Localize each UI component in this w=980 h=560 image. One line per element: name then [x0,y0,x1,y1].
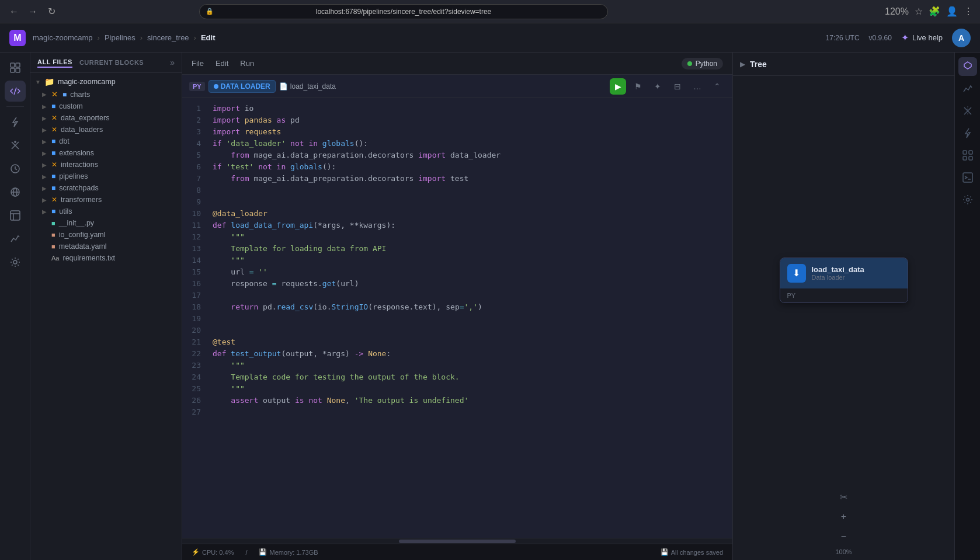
zoom-in-button[interactable]: + [836,509,852,525]
editor-scrollbar[interactable] [182,538,732,544]
sidebar-grid-icon[interactable] [5,57,26,78]
code-editor[interactable]: 123 456 789 101112 131415 161718 192021 … [182,98,732,538]
io-config-icon: ■ [51,231,55,238]
tree-item-transformers[interactable]: ▶ ✕ transformers [30,194,182,206]
far-right-close-icon[interactable] [958,102,977,120]
live-help-button[interactable]: ✦ Live help [901,32,943,43]
custom-arrow-icon: ▶ [42,103,49,110]
refresh-button[interactable]: ↻ [44,5,58,19]
tree-item-pipelines[interactable]: ▶ ■ pipelines [30,171,182,182]
sidebar-globe-icon[interactable] [5,182,26,203]
extensions-icon[interactable]: 🧩 [929,6,940,17]
zoom-level-label: 100% [835,548,852,555]
far-right-lightning-icon[interactable] [958,124,977,142]
menu-file[interactable]: File [192,57,204,70]
file-tree: ▼ 📁 magic-zoomcamp ▶ ✕ ■ charts ▶ ■ cust… [30,73,182,560]
sidebar-settings-icon[interactable] [5,252,26,273]
data-exporters-arrow: ▶ [42,115,49,121]
cpu-value: CPU: 0.4% [202,549,234,556]
tree-item-init[interactable]: ■ __init__.py [30,217,182,229]
data-loader-tag: DATA LOADER [208,80,276,93]
zoom-controls-area: ✂ + − 100% [733,484,954,560]
back-button[interactable]: ← [7,5,21,19]
url-bar[interactable]: 🔒 localhost:6789/pipelines/sincere_tree/… [199,4,608,19]
block-card-footer: PY [780,288,908,302]
custom-folder-icon: ■ [51,102,55,110]
cpu-icon: ⚡ [192,548,200,556]
root-folder-icon: 📁 [44,77,54,86]
tree-item-custom[interactable]: ▶ ■ custom [30,100,182,112]
tree-item-interactions[interactable]: ▶ ✕ interactions [30,159,182,171]
cut-icon-btn[interactable]: ✂ [836,489,852,505]
more-button[interactable]: … [689,78,706,95]
far-right-chart-icon[interactable] [958,79,977,98]
breadcrumb-page: Edit [201,33,216,42]
zoom-level-browser: 120% [885,6,909,17]
file-sidebar-tabs: ALL FILES CURRENT BLOCKS » [30,53,182,73]
sidebar-code-icon[interactable] [5,81,26,102]
tree-item-dbt[interactable]: ▶ ■ dbt [30,135,182,147]
header-version: v0.9.60 [869,34,892,42]
breadcrumb-pipeline[interactable]: sincere_tree [147,33,189,42]
far-right-terminal-icon[interactable] [958,168,977,187]
flag-button[interactable]: ⚑ [630,78,646,95]
collapse-button[interactable]: ⌃ [709,78,725,95]
live-help-icon: ✦ [901,32,909,43]
block-name-label: load_taxi_data [290,82,336,91]
py-tag: PY [189,82,205,91]
svg-rect-13 [11,211,20,220]
tree-item-data-exporters[interactable]: ▶ ✕ data_exporters [30,112,182,124]
far-right-bar [954,53,980,560]
tab-all-files[interactable]: ALL FILES [37,57,72,68]
sidebar-clock-icon[interactable] [5,158,26,179]
svg-rect-22 [963,156,967,160]
far-right-pipeline-icon[interactable] [958,57,977,76]
avatar[interactable]: A [952,29,971,47]
code-content[interactable]: import io import pandas as pd import req… [206,98,732,538]
menu-icon[interactable]: ⋮ [964,6,973,17]
tree-item-charts[interactable]: ▶ ✕ ■ charts [30,88,182,100]
sidebar-lightning-icon[interactable] [5,112,26,133]
save-label: All changes saved [671,549,723,556]
menu-run[interactable]: Run [240,57,254,70]
zoom-out-button[interactable]: − [836,528,852,545]
far-right-grid-icon[interactable] [958,146,977,165]
block-card-info: load_taxi_data Data loader [812,265,864,281]
cpu-status: ⚡ CPU: 0.4% [192,548,234,556]
charts-icon: ■ [62,91,67,99]
tab-current-blocks[interactable]: CURRENT BLOCKS [79,58,144,67]
app-header: M magic-zoomcamp › Pipelines › sincere_t… [0,23,980,53]
live-help-label: Live help [912,33,943,42]
sidebar-divider-1 [6,106,24,107]
dbt-icon: ■ [51,137,55,145]
tree-item-scratchpads[interactable]: ▶ ■ scratchpads [30,182,182,194]
file-tag-icon: 📄 [279,82,288,91]
block-card[interactable]: ⬇ load_taxi_data Data loader PY [780,258,908,303]
bookmark-icon[interactable]: ☆ [915,6,923,17]
far-right-settings-icon[interactable] [958,190,977,209]
tree-item-requirements[interactable]: Aa requirements.txt [30,252,182,264]
sparkle-button[interactable]: ✦ [649,78,666,95]
tree-item-extensions[interactable]: ▶ ■ extensions [30,147,182,159]
tree-item-utils[interactable]: ▶ ■ utils [30,206,182,217]
tree-item-io-config[interactable]: ■ io_config.yaml [30,229,182,241]
profile-icon[interactable]: 👤 [946,6,958,17]
menu-edit[interactable]: Edit [216,57,228,70]
sidebar-x-plus-icon[interactable] [5,135,26,156]
right-panel-arrow-icon[interactable]: ▶ [740,60,745,68]
breadcrumb-workspace[interactable]: magic-zoomcamp [33,33,93,42]
tree-item-data-loaders[interactable]: ▶ ✕ data_loaders [30,124,182,135]
sliders-button[interactable]: ⊟ [669,78,686,95]
svg-rect-1 [16,63,20,67]
run-button[interactable]: ▶ [610,78,626,95]
sidebar-chart-icon[interactable] [5,228,26,249]
extensions-icon: ■ [51,149,55,157]
tree-root[interactable]: ▼ 📁 magic-zoomcamp [30,75,182,88]
browser-bar: ← → ↻ 🔒 localhost:6789/pipelines/sincere… [0,0,980,23]
breadcrumb-section[interactable]: Pipelines [105,33,135,42]
sidebar-table-icon[interactable] [5,205,26,226]
forward-button[interactable]: → [26,5,40,19]
sidebar-close-icon[interactable]: » [170,58,175,67]
block-card-icon: ⬇ [787,264,806,283]
tree-item-metadata[interactable]: ■ metadata.yaml [30,241,182,252]
